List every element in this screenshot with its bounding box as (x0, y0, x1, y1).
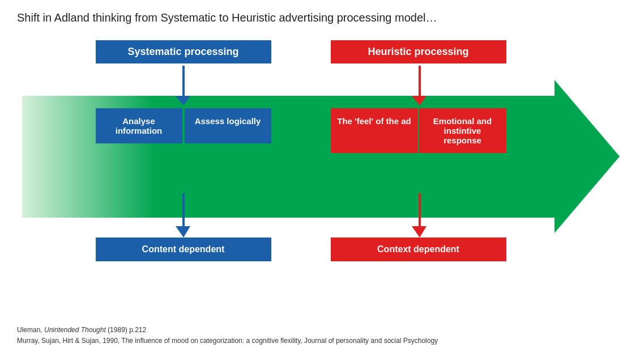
reference-2: Murray, Sujan, Hirt & Sujan, 1990, The i… (17, 336, 438, 346)
main-title: Shift in Adland thinking from Systematic… (17, 11, 627, 24)
page-container: Shift in Adland thinking from Systematic… (0, 0, 644, 352)
systematic-box2: Assess logically (185, 108, 271, 143)
svg-rect-2 (182, 66, 185, 97)
reference-1-title: Unintended Thought (44, 326, 106, 334)
heuristic-section: Heuristic processing (331, 40, 506, 63)
svg-rect-8 (419, 193, 421, 227)
systematic-bottom-box: Content dependent (96, 238, 271, 261)
heuristic-box2: Emotional and instintive response (419, 108, 506, 153)
heuristic-boxes: The 'feel' of the ad Emotional and insti… (331, 108, 506, 153)
svg-rect-6 (419, 66, 421, 97)
reference-1: Uleman, Unintended Thought (1989) p.212 (17, 325, 438, 336)
svg-marker-3 (176, 96, 190, 105)
green-arrow-svg (22, 35, 622, 273)
heuristic-bottom-section: Context dependent (331, 238, 506, 261)
svg-marker-5 (176, 226, 190, 238)
svg-rect-4 (182, 193, 185, 227)
systematic-boxes: Analyse information Assess logically (96, 108, 271, 143)
systematic-box1: Analyse information (96, 108, 182, 143)
systematic-bottom-section: Content dependent (96, 238, 271, 261)
systematic-section: Systematic processing (96, 40, 271, 63)
heuristic-header: Heuristic processing (331, 40, 506, 63)
svg-marker-1 (555, 80, 620, 233)
systematic-header: Systematic processing (96, 40, 271, 63)
svg-marker-9 (412, 226, 427, 238)
heuristic-bottom-box: Context dependent (331, 238, 506, 261)
references-section: Uleman, Unintended Thought (1989) p.212 … (17, 325, 438, 346)
diagram-area: Systematic processing Analyse informatio… (22, 35, 622, 273)
heuristic-box1: The 'feel' of the ad (331, 108, 418, 153)
svg-marker-7 (412, 96, 427, 105)
